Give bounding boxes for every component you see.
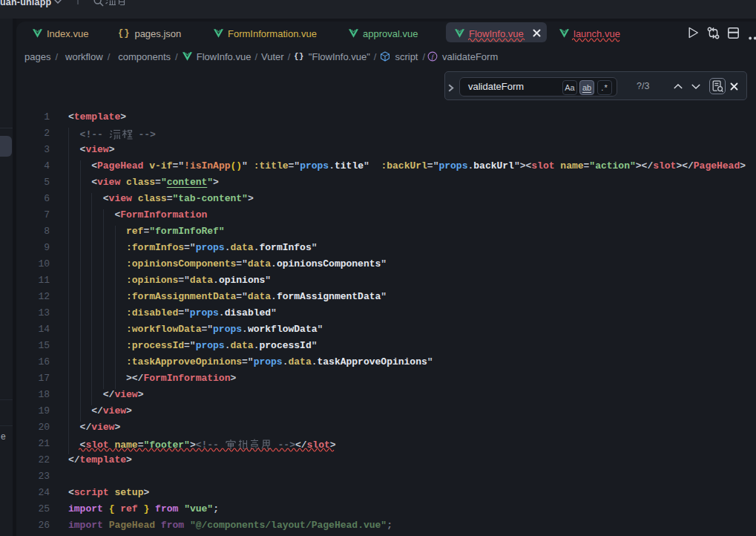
svg-text:f: f [432, 53, 435, 60]
